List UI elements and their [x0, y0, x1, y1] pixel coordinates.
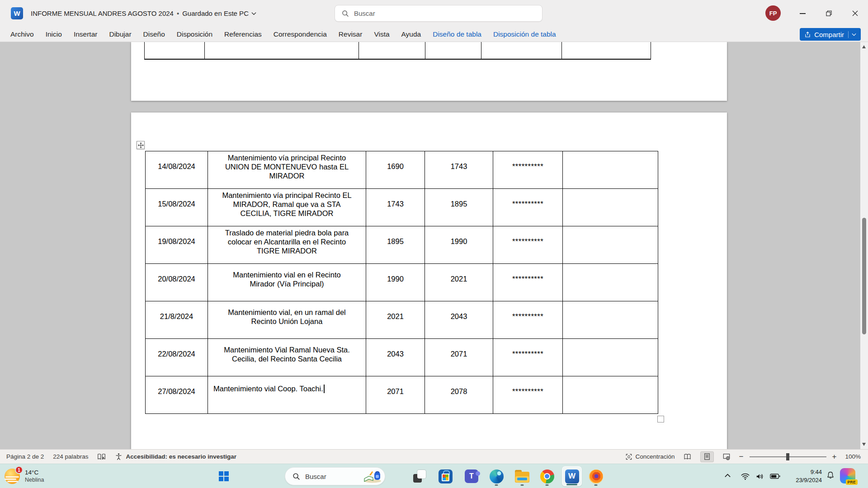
- cell-description[interactable]: Mantenimiento vial, en un ramal del Reci…: [208, 301, 366, 339]
- scrollbar-thumb[interactable]: [862, 218, 866, 334]
- notifications-button[interactable]: [826, 471, 835, 481]
- cell-description[interactable]: Mantenimiento vial Coop. Toachi.: [208, 376, 366, 414]
- tab-inicio[interactable]: Inicio: [40, 27, 68, 42]
- tray-expand-button[interactable]: [724, 472, 731, 480]
- page-2[interactable]: 14/08/2024Mantenimiento vía principal Re…: [131, 113, 727, 449]
- tab-referencias[interactable]: Referencias: [218, 27, 268, 42]
- tab-disposición-de-tabla[interactable]: Disposición de tabla: [487, 27, 562, 42]
- tab-diseño[interactable]: Diseño: [137, 27, 171, 42]
- start-button[interactable]: [216, 469, 231, 484]
- tab-dibujar[interactable]: Dibujar: [103, 27, 137, 42]
- taskbar-item-firefox[interactable]: [586, 466, 606, 486]
- taskbar-search-box[interactable]: Buscar: [285, 467, 385, 485]
- tab-vista[interactable]: Vista: [368, 27, 395, 42]
- avatar[interactable]: FP: [765, 5, 781, 21]
- cell-masked-value[interactable]: **********: [493, 339, 563, 376]
- cell-masked-value[interactable]: **********: [493, 301, 563, 339]
- cell-date[interactable]: 15/08/2024: [146, 189, 208, 226]
- cell-end-value[interactable]: 2021: [425, 264, 493, 301]
- page-indicator[interactable]: Página 2 de 2: [6, 453, 44, 460]
- cell-extra[interactable]: [563, 339, 658, 376]
- tab-disposición[interactable]: Disposición: [171, 27, 218, 42]
- cell-extra[interactable]: [563, 301, 658, 339]
- copilot-button[interactable]: PRE: [840, 468, 855, 483]
- cell-date[interactable]: 14/08/2024: [146, 151, 208, 189]
- scroll-down-arrow-icon[interactable]: [862, 443, 866, 446]
- cell-end-value[interactable]: 1743: [425, 151, 493, 189]
- cell-description[interactable]: Mantenimiento vía principal Recinto UNIO…: [208, 151, 366, 189]
- proofing-errors-button[interactable]: [97, 453, 106, 460]
- cell-masked-value[interactable]: **********: [493, 151, 563, 189]
- focus-mode-button[interactable]: Concentración: [625, 453, 675, 460]
- cell-start-value[interactable]: 1895: [366, 226, 425, 264]
- cell-extra[interactable]: [563, 151, 658, 189]
- accessibility-status[interactable]: Accesibilidad: es necesario investigar: [115, 453, 236, 460]
- cell-description[interactable]: Traslado de material piedra bola para co…: [208, 226, 366, 264]
- previous-table-fragment[interactable]: [144, 42, 651, 60]
- cell-end-value[interactable]: 1895: [425, 189, 493, 226]
- zoom-in-button[interactable]: +: [832, 453, 837, 460]
- titlebar-search-box[interactable]: Buscar: [335, 5, 542, 22]
- taskbar-item-file-explorer[interactable]: [512, 466, 532, 486]
- table-resize-handle[interactable]: [657, 416, 664, 422]
- cell-start-value[interactable]: 1743: [366, 189, 425, 226]
- cell-start-value[interactable]: 1690: [366, 151, 425, 189]
- table-move-handle[interactable]: [137, 141, 145, 149]
- quick-settings[interactable]: [741, 469, 780, 483]
- print-layout-button[interactable]: [700, 451, 714, 462]
- weather-widget[interactable]: 1 14°C Neblina: [5, 468, 44, 484]
- taskbar-item-chrome[interactable]: [537, 466, 557, 486]
- cell-start-value[interactable]: 2043: [366, 339, 425, 376]
- cell-description[interactable]: Mantenimiento vial en el Recinto Mirador…: [208, 264, 366, 301]
- cell-masked-value[interactable]: **********: [493, 226, 563, 264]
- read-mode-button[interactable]: [681, 451, 694, 462]
- cell-start-value[interactable]: 2021: [366, 301, 425, 339]
- vertical-scrollbar[interactable]: [860, 42, 868, 449]
- cell-date[interactable]: 21/8/2024: [146, 301, 208, 339]
- zoom-slider-thumb[interactable]: [786, 453, 789, 460]
- cell-end-value[interactable]: 2043: [425, 301, 493, 339]
- tab-archivo[interactable]: Archivo: [5, 27, 40, 42]
- cell-masked-value[interactable]: **********: [493, 189, 563, 226]
- close-button[interactable]: [842, 0, 868, 27]
- cell-end-value[interactable]: 1990: [425, 226, 493, 264]
- task-view-button[interactable]: [410, 466, 429, 486]
- cell-description[interactable]: Mantenimiento vía principal Recinto EL M…: [208, 189, 366, 226]
- tab-ayuda[interactable]: Ayuda: [396, 27, 427, 42]
- cell-description[interactable]: Mantenimiento Vial Ramal Nueva Sta. Ceci…: [208, 339, 366, 376]
- page-1-fragment[interactable]: [131, 42, 727, 101]
- minimize-button[interactable]: [789, 0, 816, 27]
- scroll-up-arrow-icon[interactable]: [862, 45, 866, 48]
- taskbar-item-microsoft-store[interactable]: [435, 466, 455, 486]
- taskbar-item-edge[interactable]: [486, 466, 506, 486]
- web-layout-button[interactable]: [720, 451, 733, 462]
- tab-diseño-de-tabla[interactable]: Diseño de tabla: [427, 27, 487, 42]
- cell-date[interactable]: 19/08/2024: [146, 226, 208, 264]
- cell-masked-value[interactable]: **********: [493, 264, 563, 301]
- cell-extra[interactable]: [563, 189, 658, 226]
- zoom-level[interactable]: 100%: [845, 453, 861, 460]
- cell-extra[interactable]: [563, 264, 658, 301]
- cell-date[interactable]: 22/08/2024: [146, 339, 208, 376]
- taskbar-item-word[interactable]: W: [562, 466, 582, 486]
- tab-revisar[interactable]: Revisar: [333, 27, 368, 42]
- save-status-dropdown[interactable]: Guardado en Este PC: [182, 9, 256, 17]
- cell-date[interactable]: 27/08/2024: [146, 376, 208, 414]
- cell-masked-value[interactable]: **********: [493, 376, 563, 414]
- share-button[interactable]: Compartir: [800, 28, 861, 41]
- tab-insertar[interactable]: Insertar: [68, 27, 104, 42]
- zoom-out-button[interactable]: −: [739, 453, 744, 460]
- tab-correspondencia[interactable]: Correspondencia: [268, 27, 333, 42]
- cell-extra[interactable]: [563, 226, 658, 264]
- cell-date[interactable]: 20/08/2024: [146, 264, 208, 301]
- cell-extra[interactable]: [563, 376, 658, 414]
- cell-end-value[interactable]: 2071: [425, 339, 493, 376]
- taskbar-item-teams[interactable]: T: [462, 466, 481, 486]
- maintenance-table[interactable]: 14/08/2024Mantenimiento vía principal Re…: [145, 151, 658, 414]
- word-count[interactable]: 224 palabras: [53, 453, 88, 460]
- cell-start-value[interactable]: 1990: [366, 264, 425, 301]
- cell-start-value[interactable]: 2071: [366, 376, 425, 414]
- zoom-slider[interactable]: [750, 452, 826, 461]
- clock[interactable]: 9:44 23/9/2024: [786, 468, 822, 484]
- cell-end-value[interactable]: 2078: [425, 376, 493, 414]
